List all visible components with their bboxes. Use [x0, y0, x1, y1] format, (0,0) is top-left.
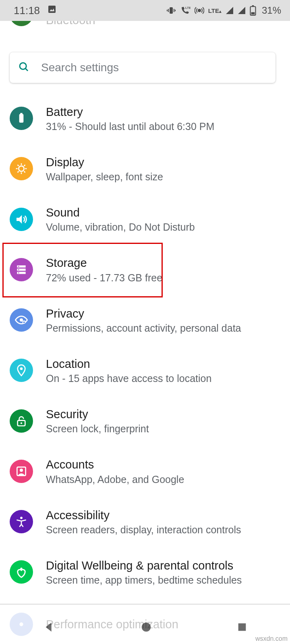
search-input[interactable]: [41, 61, 267, 74]
row-subtitle: 31% - Should last until about 6:30 PM: [46, 121, 214, 132]
screenshot-notification-icon: [47, 4, 57, 17]
row-subtitle: Screen readers, display, interaction con…: [46, 524, 241, 536]
row-title: Sound: [46, 205, 195, 220]
nav-divider: [0, 604, 290, 605]
svg-point-8: [198, 9, 201, 12]
row-accessibility[interactable]: Accessibility Screen readers, display, i…: [0, 497, 290, 547]
row-accounts[interactable]: Accounts WhatsApp, Adobe, and Google: [0, 446, 290, 496]
row-storage[interactable]: Storage 72% used - 17.73 GB free: [0, 244, 290, 295]
battery-row-icon: [10, 107, 33, 130]
wellbeing-icon: [10, 560, 33, 584]
row-security[interactable]: Security Screen lock, fingerprint: [0, 396, 290, 446]
row-subtitle: Screen lock, fingerprint: [46, 423, 149, 435]
svg-marker-10: [238, 7, 245, 14]
svg-rect-29: [23, 322, 25, 323]
battery-icon: [250, 5, 256, 16]
bluetooth-icon: [10, 21, 33, 26]
svg-point-19: [19, 166, 24, 171]
row-subtitle: On - 15 apps have access to location: [46, 373, 211, 384]
svg-point-32: [21, 422, 22, 424]
svg-rect-18: [20, 113, 22, 115]
row-display[interactable]: Display Wallpaper, sleep, font size: [0, 144, 290, 194]
row-sound[interactable]: Sound Volume, vibration, Do Not Disturb: [0, 194, 290, 244]
row-subtitle: Screen time, app timers, bedtime schedul…: [46, 574, 242, 586]
accessibility-icon: [10, 510, 33, 533]
row-title: Location: [46, 357, 211, 371]
search-settings-card[interactable]: [10, 52, 276, 83]
svg-rect-12: [252, 5, 254, 6]
svg-line-38: [25, 68, 28, 71]
row-title: Battery: [46, 105, 214, 119]
accounts-icon: [10, 460, 33, 483]
svg-point-27: [20, 318, 23, 322]
privacy-icon: [10, 308, 33, 332]
svg-rect-42: [238, 623, 246, 631]
svg-point-37: [20, 63, 26, 69]
row-title: Bluetooth: [46, 21, 95, 27]
lte-label-icon: LTE▴: [208, 7, 222, 14]
wifi-calling-icon: LTE: [180, 6, 191, 15]
svg-point-24: [18, 266, 19, 267]
row-subtitle: Permissions, account activity, personal …: [46, 322, 241, 334]
svg-point-41: [142, 623, 151, 632]
status-bar: 11:18 LTE LTE▴ 31%: [0, 0, 290, 21]
row-bluetooth[interactable]: Bluetooth: [0, 21, 290, 30]
row-title: Storage: [46, 256, 162, 270]
display-icon: [10, 157, 33, 180]
row-title: Digital Wellbeing & parental controls: [46, 558, 242, 573]
svg-rect-4: [174, 9, 174, 12]
row-title: Security: [46, 407, 149, 421]
row-subtitle: WhatsApp, Adobe, and Google: [46, 474, 184, 485]
row-title: Privacy: [46, 306, 241, 321]
row-title: Accessibility: [46, 508, 241, 522]
row-battery[interactable]: Battery 31% - Should last until about 6:…: [0, 93, 290, 144]
signal-2-icon: [238, 6, 246, 14]
settings-list[interactable]: Bluetooth Recent apps, default apps Batt…: [0, 21, 290, 604]
svg-rect-3: [168, 9, 169, 12]
battery-percent: 31%: [262, 5, 281, 16]
status-time: 11:18: [14, 4, 40, 17]
svg-rect-2: [170, 7, 173, 14]
svg-rect-0: [48, 6, 56, 13]
svg-rect-5: [167, 10, 168, 11]
navigation-bar: Performance optimization: [0, 604, 290, 644]
search-icon: [18, 61, 30, 74]
row-subtitle: 72% used - 17.73 GB free: [46, 272, 162, 284]
row-privacy[interactable]: Privacy Permissions, account activity, p…: [0, 295, 290, 345]
svg-rect-6: [175, 10, 176, 11]
svg-marker-9: [226, 7, 233, 14]
svg-point-26: [18, 272, 19, 274]
svg-marker-20: [17, 215, 22, 223]
svg-marker-40: [46, 623, 51, 632]
nav-recents-button[interactable]: [236, 621, 248, 634]
row-google[interactable]: Google Services & preferences: [0, 597, 290, 604]
svg-text:LTE: LTE: [185, 6, 191, 10]
row-title: Display: [46, 155, 163, 169]
row-wellbeing[interactable]: Digital Wellbeing & parental controls Sc…: [0, 547, 290, 597]
vibrate-icon: [166, 6, 176, 15]
svg-point-39: [19, 622, 23, 626]
svg-point-35: [20, 517, 23, 519]
svg-point-30: [20, 367, 23, 370]
watermark: wsxdn.com: [255, 635, 288, 642]
location-icon: [10, 359, 33, 382]
row-subtitle: Wallpaper, sleep, font size: [46, 171, 163, 183]
svg-point-34: [20, 469, 23, 472]
security-icon: [10, 409, 33, 433]
svg-point-25: [18, 269, 19, 270]
row-subtitle: Volume, vibration, Do Not Disturb: [46, 221, 195, 233]
nav-home-button[interactable]: [140, 621, 152, 635]
svg-rect-17: [19, 114, 24, 122]
sound-icon: [10, 208, 33, 231]
svg-rect-13: [251, 12, 255, 14]
nav-back-button[interactable]: [42, 620, 56, 636]
row-title: Accounts: [46, 457, 184, 472]
hotspot-icon: [195, 6, 204, 15]
signal-1-icon: [226, 6, 234, 14]
storage-icon: [10, 258, 33, 281]
row-location[interactable]: Location On - 15 apps have access to loc…: [0, 345, 290, 396]
